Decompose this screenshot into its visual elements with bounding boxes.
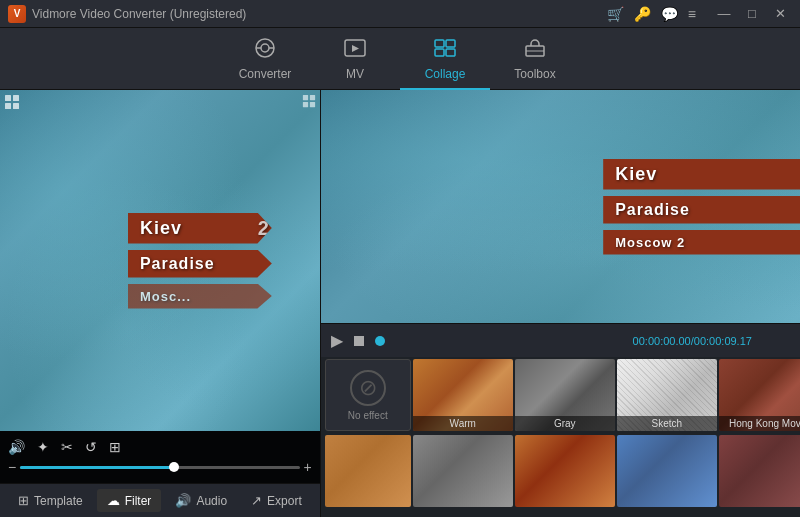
no-effect-label: No effect	[348, 410, 388, 421]
main-content: Kiev 2 Paradise Mosc... 🔊 ✦ ✂ ↺ ⊞ − +	[0, 90, 800, 517]
tab-bar: ⊞ Template ☁ Filter 🔊 Audio ↗ Export	[0, 483, 320, 517]
key-icon[interactable]: 🔑	[634, 6, 651, 22]
converter-label: Converter	[239, 67, 292, 81]
filter-r2-4[interactable]	[617, 435, 717, 507]
paradise-sign-left: Paradise	[128, 250, 272, 278]
tab-export[interactable]: ↗ Export	[241, 489, 312, 512]
svg-rect-8	[446, 49, 455, 56]
rotate-tool-icon[interactable]: ↺	[85, 439, 97, 455]
svg-rect-11	[5, 95, 11, 101]
filter-hkm-label: Hong Kong Movie	[719, 416, 800, 431]
template-tab-icon: ⊞	[18, 493, 29, 508]
crop-tool-icon[interactable]: ⊞	[109, 439, 121, 455]
left-toolbar: 🔊 ✦ ✂ ↺ ⊞ − +	[0, 431, 320, 483]
tab-export-label: Export	[267, 494, 302, 508]
kiev-sign-left: Kiev 2	[128, 213, 272, 244]
sign-area-right: Kiev 2 Paradise Moscow 2	[603, 125, 800, 288]
play-button[interactable]: ▶	[331, 331, 343, 350]
filter-tab-icon: ☁	[107, 493, 120, 508]
filter-gray[interactable]: Gray	[515, 359, 615, 431]
tab-template[interactable]: ⊞ Template	[8, 489, 93, 512]
title-bar: V Vidmore Video Converter (Unregistered)…	[0, 0, 800, 28]
filter-r2-5[interactable]	[719, 435, 800, 507]
progress-handle[interactable]	[169, 462, 179, 472]
minimize-button[interactable]: —	[712, 4, 736, 24]
collage-icon	[432, 37, 458, 63]
volume-tool-icon[interactable]: 🔊	[8, 439, 25, 455]
right-panel: Kiev 2 Paradise Moscow 2 ▶ ⏹ 00:00:00.00…	[321, 90, 800, 517]
moscow-sign-left: Mosc...	[128, 284, 272, 309]
svg-rect-18	[310, 102, 315, 107]
toolbar-icons: 🔊 ✦ ✂ ↺ ⊞	[8, 439, 312, 455]
filter-warm[interactable]: Warm	[413, 359, 513, 431]
tab-audio-label: Audio	[196, 494, 227, 508]
filter-hkm[interactable]: Hong Kong Movie	[719, 359, 800, 431]
total-time: 00:00:09.17	[694, 335, 752, 347]
filter-warm-label: Warm	[413, 416, 513, 431]
grid-overlay-icon-right	[302, 94, 316, 112]
nav-converter[interactable]: Converter	[220, 28, 310, 90]
menu-icon[interactable]: ≡	[688, 6, 696, 22]
svg-rect-7	[435, 49, 444, 56]
svg-rect-12	[13, 95, 19, 101]
progress-track[interactable]	[20, 466, 299, 469]
converter-icon	[252, 37, 278, 63]
mv-label: MV	[346, 67, 364, 81]
filter-row-1: ⊘ No effect Warm Gray Sketch	[321, 357, 800, 433]
nav-collage[interactable]: Collage	[400, 28, 490, 90]
nav-toolbox[interactable]: Toolbox	[490, 28, 580, 90]
app-logo: V	[8, 5, 26, 23]
progress-plus[interactable]: +	[304, 459, 312, 475]
maximize-button[interactable]: □	[740, 4, 764, 24]
sun-tool-icon[interactable]: ✦	[37, 439, 49, 455]
paradise-sign-right: Paradise	[603, 196, 800, 224]
filter-r2-1[interactable]	[325, 435, 411, 507]
filter-gray-label: Gray	[515, 416, 615, 431]
svg-rect-15	[303, 95, 308, 100]
nav-mv[interactable]: MV	[310, 28, 400, 90]
svg-rect-6	[446, 40, 455, 47]
tab-filter[interactable]: ☁ Filter	[97, 489, 162, 512]
title-bar-right: — □ ✕	[712, 4, 792, 24]
top-nav: Converter MV Collage	[0, 28, 800, 90]
video-preview-left: Kiev 2 Paradise Mosc...	[0, 90, 320, 431]
tab-filter-label: Filter	[125, 494, 152, 508]
position-indicator	[375, 336, 385, 346]
filter-sketch[interactable]: Sketch	[617, 359, 717, 431]
stop-button[interactable]: ⏹	[351, 332, 367, 350]
svg-rect-14	[13, 103, 19, 109]
title-bar-left: V Vidmore Video Converter (Unregistered)	[8, 5, 246, 23]
mv-icon	[342, 37, 368, 63]
toolbox-icon	[522, 37, 548, 63]
progress-bar-container: − +	[8, 459, 312, 475]
svg-rect-16	[310, 95, 315, 100]
scissors-tool-icon[interactable]: ✂	[61, 439, 73, 455]
grid-overlay-icon	[4, 94, 20, 113]
collage-label: Collage	[425, 67, 466, 81]
tab-audio[interactable]: 🔊 Audio	[165, 489, 237, 512]
kiev-sign-right: Kiev 2	[603, 159, 800, 190]
svg-point-1	[261, 44, 269, 52]
sign-area-left: Kiev 2 Paradise Mosc...	[128, 141, 272, 380]
left-panel: Kiev 2 Paradise Mosc... 🔊 ✦ ✂ ↺ ⊞ − +	[0, 90, 321, 517]
num-overlay-left: 2	[258, 217, 270, 240]
progress-minus[interactable]: −	[8, 459, 16, 475]
cart-icon[interactable]: 🛒	[607, 6, 624, 22]
svg-rect-17	[303, 102, 308, 107]
filter-no-effect[interactable]: ⊘ No effect	[325, 359, 411, 431]
close-button[interactable]: ✕	[768, 4, 792, 24]
filter-sketch-label: Sketch	[617, 416, 717, 431]
svg-rect-13	[5, 103, 11, 109]
tab-template-label: Template	[34, 494, 83, 508]
no-effect-circle: ⊘	[350, 370, 386, 406]
filter-r2-3[interactable]	[515, 435, 615, 507]
filter-row-2	[321, 433, 800, 509]
video-preview-right: Kiev 2 Paradise Moscow 2	[321, 90, 800, 323]
export-area: Export	[321, 509, 800, 517]
moscow-sign-right: Moscow 2	[603, 230, 800, 255]
chat-icon[interactable]: 💬	[661, 6, 678, 22]
filter-r2-2[interactable]	[413, 435, 513, 507]
title-icons: 🛒 🔑 💬 ≡	[607, 6, 696, 22]
app-title: Vidmore Video Converter (Unregistered)	[32, 7, 246, 21]
time-display: 00:00:00.00/00:00:09.17	[633, 335, 752, 347]
